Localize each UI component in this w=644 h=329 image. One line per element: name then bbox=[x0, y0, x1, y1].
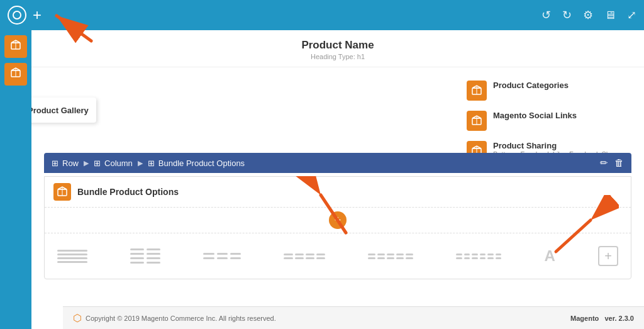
sharing-title: Product Sharing bbox=[493, 141, 631, 150]
line-c bbox=[130, 253, 144, 255]
line-3f bbox=[230, 257, 241, 259]
l6f bbox=[496, 254, 502, 255]
l6i bbox=[472, 257, 478, 259]
l5i bbox=[396, 257, 404, 259]
line-1 bbox=[57, 250, 87, 252]
panel-item-social[interactable]: Magento Social Links bbox=[467, 111, 631, 131]
footer-copyright: Copyright © 2019 Magento Commerce Inc. A… bbox=[86, 315, 276, 322]
l6k bbox=[487, 257, 494, 259]
add-content-circle-button[interactable]: + bbox=[329, 211, 347, 229]
social-text: Magento Social Links bbox=[493, 111, 577, 120]
social-title: Magento Social Links bbox=[493, 111, 577, 120]
layout-5col[interactable] bbox=[368, 254, 413, 259]
line-a bbox=[130, 248, 144, 250]
l5f bbox=[368, 257, 375, 259]
l5g bbox=[377, 257, 385, 259]
settings-icon[interactable]: ⚙ bbox=[583, 8, 593, 22]
magento-icon: ⬡ bbox=[73, 312, 82, 324]
breadcrumb-row-label: Row bbox=[62, 159, 79, 168]
delete-icon[interactable]: 🗑 bbox=[614, 157, 624, 169]
cube-icon-0 bbox=[10, 40, 21, 54]
l4g bbox=[306, 257, 314, 259]
l5j bbox=[406, 257, 413, 259]
layout-6col[interactable] bbox=[456, 254, 501, 259]
l4c bbox=[306, 254, 314, 255]
header-area: Product Name Heading Type: h1 bbox=[31, 30, 644, 67]
l6c bbox=[472, 254, 478, 255]
categories-text: Product Categories bbox=[493, 81, 569, 90]
main-content: Product Name Heading Type: h1 Product Ca… bbox=[31, 30, 644, 329]
add-button-row: + bbox=[45, 208, 631, 233]
l6j bbox=[480, 257, 486, 259]
top-toolbar: + ↺ ↻ ⚙ 🖥 ⤢ bbox=[0, 0, 644, 30]
line-3d bbox=[203, 257, 214, 259]
layout-3col[interactable] bbox=[203, 253, 241, 259]
l6g bbox=[456, 257, 462, 259]
fullscreen-icon[interactable]: ⤢ bbox=[627, 8, 636, 22]
preview-icon[interactable]: 🖥 bbox=[604, 9, 616, 22]
l6a bbox=[456, 254, 462, 255]
widget-title: Bundle Product Options bbox=[77, 187, 179, 197]
line-3c bbox=[230, 253, 241, 255]
edit-icon[interactable]: ✏ bbox=[600, 157, 608, 169]
social-icon bbox=[467, 111, 487, 131]
l6d bbox=[480, 254, 486, 255]
panel-item-categories[interactable]: Product Categories bbox=[467, 81, 631, 101]
breadcrumb-bar: ⊞ Row ▶ ⊞ Column ▶ ⊞ Bundle Product Opti… bbox=[44, 153, 631, 173]
l5e bbox=[406, 254, 413, 255]
heading-type-label: Heading Type: h1 bbox=[31, 53, 644, 60]
text-content-button[interactable]: A bbox=[545, 247, 555, 265]
breadcrumb-column[interactable]: ⊞ Column bbox=[94, 159, 133, 168]
l4e bbox=[284, 257, 292, 259]
line-3b bbox=[217, 253, 228, 255]
breadcrumb-row[interactable]: ⊞ Row bbox=[52, 159, 79, 168]
line-d bbox=[147, 253, 160, 255]
sidebar-item-0[interactable] bbox=[4, 35, 27, 58]
l6b bbox=[464, 254, 470, 255]
add-button[interactable]: + bbox=[33, 6, 42, 24]
l6h bbox=[464, 257, 470, 259]
l4h bbox=[316, 257, 325, 259]
l4f bbox=[295, 257, 304, 259]
sidebar-item-1[interactable] bbox=[4, 63, 27, 86]
add-content-button[interactable]: + bbox=[598, 246, 618, 266]
l5h bbox=[387, 257, 394, 259]
left-sidebar bbox=[0, 30, 31, 329]
svg-point-0 bbox=[13, 11, 21, 19]
toolbar-circle-icon[interactable] bbox=[8, 6, 26, 25]
l4a bbox=[284, 254, 292, 255]
l6l bbox=[496, 257, 502, 259]
line-4 bbox=[57, 261, 87, 263]
redo-icon[interactable]: ↻ bbox=[562, 8, 572, 22]
layout-3col-grid bbox=[203, 253, 241, 259]
line-f bbox=[147, 257, 160, 259]
breadcrumb-bundle[interactable]: ⊞ Bundle Product Options bbox=[148, 159, 245, 168]
footer-version-label: Magento bbox=[570, 315, 599, 322]
layout-2col-grid bbox=[130, 248, 160, 264]
widget-box: Bundle Product Options + bbox=[44, 176, 631, 279]
breadcrumb-bundle-label: Bundle Product Options bbox=[158, 159, 245, 168]
footer-version: Magento ver. 2.3.0 bbox=[570, 315, 634, 322]
product-name-title: Product Name bbox=[31, 39, 644, 52]
layout-1col-lines bbox=[57, 250, 87, 263]
toolbar-left: + bbox=[8, 6, 42, 25]
breadcrumb-arrow-1: ▶ bbox=[84, 159, 89, 167]
breadcrumb-actions: ✏ 🗑 bbox=[600, 157, 624, 169]
breadcrumb-column-label: Column bbox=[104, 159, 133, 168]
l5a bbox=[368, 254, 375, 255]
line-b bbox=[147, 248, 160, 250]
widget-header: Bundle Product Options bbox=[45, 177, 631, 208]
line-3 bbox=[57, 257, 87, 259]
footer: ⬡ Copyright © 2019 Magento Commerce Inc.… bbox=[63, 306, 644, 329]
layout-1col[interactable] bbox=[57, 250, 87, 263]
undo-icon[interactable]: ↺ bbox=[541, 8, 551, 22]
layout-4col[interactable] bbox=[284, 254, 325, 259]
line-g bbox=[130, 262, 144, 264]
content-selector: A + bbox=[45, 233, 631, 279]
categories-icon bbox=[467, 81, 487, 101]
l4d bbox=[316, 254, 325, 255]
layout-5col-grid bbox=[368, 254, 413, 259]
layout-4col-grid bbox=[284, 254, 325, 259]
line-2 bbox=[57, 254, 87, 255]
layout-2col[interactable] bbox=[130, 248, 160, 264]
